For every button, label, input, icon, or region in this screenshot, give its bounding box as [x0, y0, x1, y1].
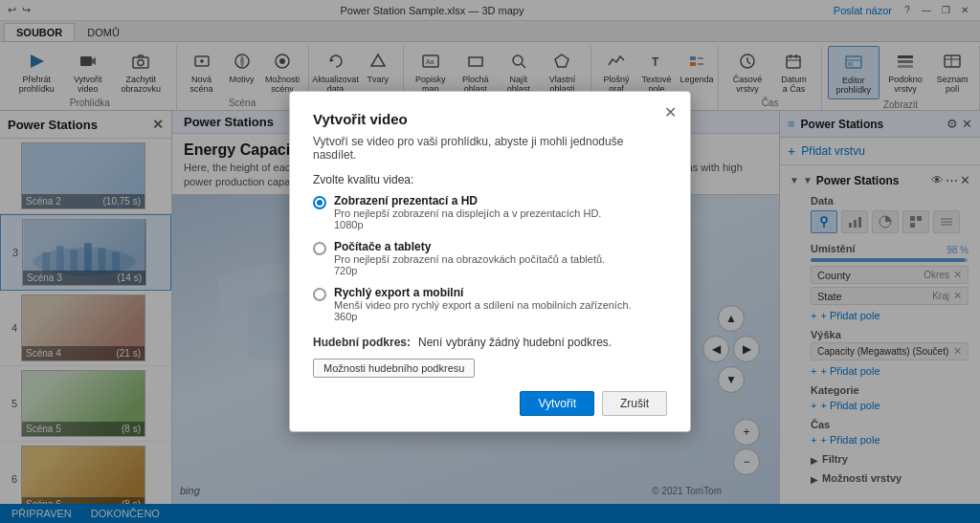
- radio-tablet-btn[interactable]: [313, 242, 326, 255]
- quality-radio-group: Zobrazení prezentací a HD Pro nejlepší z…: [313, 194, 667, 322]
- radio-hd-text: Zobrazení prezentací a HD Pro nejlepší z…: [334, 194, 601, 230]
- radio-mobile-text: Rychlý export a mobilní Menší video pro …: [334, 286, 632, 322]
- music-row: Hudební podkres: Není vybrány žádný hude…: [313, 336, 667, 349]
- create-btn[interactable]: Vytvořit: [520, 391, 594, 416]
- modal-close-btn[interactable]: ✕: [664, 103, 677, 121]
- modal-overlay: Vytvořit video ✕ Vytvoří se video pro va…: [0, 0, 980, 523]
- modal-desc: Vytvoří se video pro vaši prohlídku, aby…: [313, 135, 667, 162]
- radio-tablet[interactable]: Počítače a tablety Pro nejlepší zobrazen…: [313, 240, 667, 276]
- modal-footer: Vytvořit Zrušit: [313, 391, 667, 416]
- radio-hd[interactable]: Zobrazení prezentací a HD Pro nejlepší z…: [313, 194, 667, 230]
- music-options-row: Možnosti hudebního podkresu: [313, 359, 667, 378]
- radio-hd-btn[interactable]: [313, 196, 326, 209]
- modal-title: Vytvořit video: [313, 111, 667, 127]
- radio-tablet-text: Počítače a tablety Pro nejlepší zobrazen…: [334, 240, 605, 276]
- modal-quality-label: Zvolte kvalitu videa:: [313, 173, 667, 186]
- radio-mobile-btn[interactable]: [313, 288, 326, 301]
- music-options-btn[interactable]: Možnosti hudebního podkresu: [313, 359, 475, 378]
- cancel-btn[interactable]: Zrušit: [602, 391, 667, 416]
- create-video-modal: Vytvořit video ✕ Vytvoří se video pro va…: [289, 91, 691, 432]
- radio-mobile[interactable]: Rychlý export a mobilní Menší video pro …: [313, 286, 667, 322]
